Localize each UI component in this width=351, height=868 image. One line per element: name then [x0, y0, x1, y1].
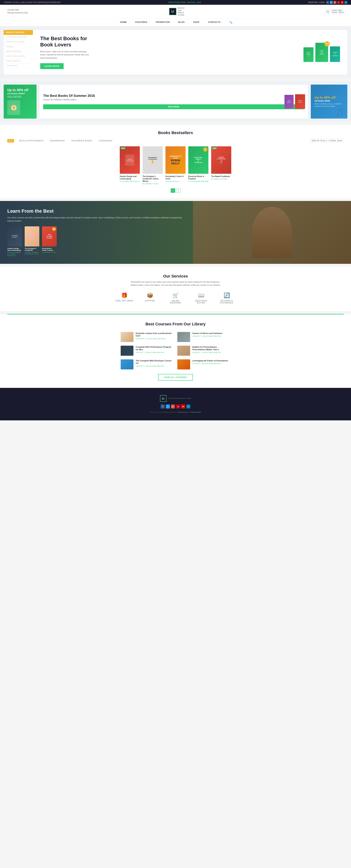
sidebar-item-audible[interactable]: AUDIBLE› — [4, 44, 33, 49]
book-card-3[interactable]: EVERYBODY'SFOODBYRONKELLY Everybody's Fo… — [166, 146, 185, 185]
page-1-button[interactable]: 1 — [171, 188, 175, 193]
learn-book-img-1: HUMANSOF ART — [7, 226, 22, 246]
service-item-book-buying: 📖 USED BOOK BUYING — [192, 292, 210, 304]
youtube-icon[interactable]: ▶ — [341, 1, 344, 4]
learn-book-3[interactable]: 100 THEFUTUREIS NOW Everybody's Food: A … — [42, 226, 57, 256]
terms-link[interactable]: Terms of Use — [177, 411, 187, 413]
book-title-1: Garden Design and Landscaping — [120, 175, 140, 180]
nav-item-blog[interactable]: BLOG — [177, 19, 186, 26]
footer-twitter-icon[interactable]: t — [166, 404, 170, 408]
course-date-3: JANUARY 7, 2016 BY MIKE NEWTON — [136, 351, 174, 353]
learn-books-row: HUMANSOF ART Garden Design and Landscapi… — [7, 226, 186, 256]
book-buying-icon: 📖 — [192, 292, 210, 298]
footer-googleplus-icon[interactable]: g+ — [171, 404, 175, 408]
course-img-6 — [177, 360, 190, 369]
sidebar-item-kindle[interactable]: KINDLE EBOOKS› — [4, 59, 33, 63]
learn-book-author-3: BY SERENITY HUNT — [42, 252, 57, 253]
course-img-4 — [177, 346, 190, 356]
cart[interactable]: 🛒 YOUR CART: 0 Items - $0.00 — [326, 9, 344, 13]
nav-search-icon[interactable]: 🔍 — [229, 21, 232, 24]
course-item-4[interactable]: English for Presentations - Presentation… — [177, 346, 230, 356]
gift-icon: 🎁 — [115, 292, 134, 298]
course-info-4: English for Presentations - Presentation… — [192, 346, 230, 353]
new-badge-1: NEW — [121, 147, 125, 149]
course-item-3[interactable]: Complete Elite Performance Program for M… — [121, 346, 174, 356]
course-item-2[interactable]: Causes of Stress and Solutions JANUARY 7… — [177, 332, 230, 342]
book-card-4[interactable]: % EVERYONEBRAVEISFORGIVEN Everyone Brave… — [188, 146, 208, 185]
filter-tab-childrens[interactable]: CHILDREN'S BOOKS — [70, 139, 94, 143]
footer-linkedin-icon[interactable]: in — [186, 404, 190, 408]
learn-book-img-2: 🌸 — [25, 226, 39, 246]
logo-text: BOOKS AND MEDIA STORE — [178, 7, 185, 16]
footer-youtube-icon[interactable]: ▶ — [181, 404, 185, 408]
promo-discount-1: Up to 40% off — [7, 88, 33, 92]
learn-book-title-2: The Designer's Cookbook — [25, 248, 39, 251]
returns-icon: 🔄 — [217, 292, 236, 298]
sidebar-item-100books[interactable]: 100 BOOKS TO READ› — [4, 40, 33, 44]
logo-box: Li — [169, 8, 176, 15]
book-card-img-5: NEW NAKEDCOOKBOOK🍴 — [211, 146, 231, 174]
book-card-img-2: DESIGNER'SCOOKBOOK✋ — [143, 146, 163, 174]
sidebar-item-textbooks[interactable]: TEXTBOOKS› — [4, 63, 33, 68]
course-info-1: Exquisite recipes from a professional Ch… — [136, 332, 174, 340]
course-item-6[interactable]: Leveraging the Power of Generations JANU… — [177, 360, 230, 369]
nav-item-home[interactable]: HOME — [119, 19, 128, 26]
book-title-5: The Naked Cookbook — [211, 175, 231, 178]
promo-free-3: FREE SHIPPING ON ALL T-SHIRTS, SHORTS & … — [315, 103, 344, 107]
facebook-icon[interactable]: f — [326, 1, 329, 4]
books-grid: NEW GardenLandscape Garden Design and La… — [7, 146, 344, 185]
category-sidebar: SHOP BY CATEGORY CUSTOMER FAVORITES› 100… — [4, 30, 33, 74]
learn-book-subtitle-1: 12 Colors, 12 Menus — [7, 252, 22, 253]
filter-tab-biographies[interactable]: BIOGRAPHIES — [49, 139, 66, 143]
footer-facebook-icon[interactable]: f — [161, 404, 165, 408]
course-item-5[interactable]: The Complete Web Developer Course 2.0 JA… — [121, 360, 174, 369]
promo-subtitle-2: Chosen by Publishers Weekly editors. — [43, 98, 304, 101]
googleplus-icon[interactable]: g+ — [333, 1, 337, 4]
sort-dropdown[interactable]: SORT BY TITLE ▼ 6 ITEMS - $0.00 — [310, 139, 344, 143]
page-2-button[interactable]: 2 — [176, 188, 180, 193]
book-card-1[interactable]: NEW GardenLandscape Garden Design and La… — [120, 146, 140, 185]
footer: Li BOOKS AND MEDIA STORE f t g+ p ▶ in T… — [0, 388, 351, 421]
promo-card-2: The Best Books Of Summer 2016 Chosen by … — [39, 85, 308, 119]
twitter-icon[interactable]: t — [330, 1, 333, 4]
phone-number: 123-456-7890 — [7, 8, 28, 11]
courses-grid: Exquisite recipes from a professional Ch… — [121, 332, 230, 369]
promo-book-icon-1: 📀 — [10, 104, 17, 111]
view-all-courses-button[interactable]: VIEW ALL COURSES — [158, 374, 193, 380]
book-card-2[interactable]: DESIGNER'SCOOKBOOK✋ The Designer's Cookb… — [143, 146, 163, 185]
sidebar-item-new-series[interactable]: START A NEW SERIES› — [4, 54, 33, 59]
register-login[interactable]: REGISTER / LOGIN — [308, 1, 325, 3]
top-bar-right: REGISTER / LOGIN f t g+ p ▶ in — [308, 1, 347, 4]
book-card-img-4: % EVERYONEBRAVEISFORGIVEN — [188, 146, 208, 174]
book-author-5: BY TERESA JACOBS — [211, 178, 231, 180]
linkedin-icon[interactable]: in — [344, 1, 347, 4]
read-more-button[interactable]: READ MORE — [43, 104, 304, 109]
nav-item-promotion[interactable]: PROMOTION — [154, 19, 171, 26]
nav-item-shop[interactable]: SHOP — [192, 19, 201, 26]
filter-tab-arts[interactable]: ARTS & PHOTOGRAPHY — [18, 139, 45, 143]
pagination: 1 2 — [7, 188, 344, 193]
logo[interactable]: Li BOOKS AND MEDIA STORE — [169, 7, 185, 16]
learn-more-button[interactable]: LEARN MORE — [40, 63, 64, 69]
learn-book-subtitle-2: 12 Colors, 12 Menus — [25, 252, 39, 253]
hero-books: EVERYTHINGIS EVERYONEBRAVE SALE BRAVEISF… — [303, 43, 340, 62]
sidebar-item-award-winners[interactable]: AWARD WINNERS› — [4, 49, 33, 54]
learn-description: Our online courses are built in partners… — [7, 216, 186, 222]
learn-book-2[interactable]: 🌸 The Designer's Cookbook 12 Colors, 12 … — [25, 226, 39, 256]
nav-item-contacts[interactable]: CONTACTS — [207, 19, 222, 26]
learn-book-title-3: Everybody's Food: A novel — [42, 248, 57, 251]
course-img-2 — [177, 332, 190, 342]
learn-content: Learn From the Best Our online courses a… — [0, 201, 193, 264]
filter-tab-all[interactable]: ALL — [7, 139, 14, 143]
learn-book-1[interactable]: HUMANSOF ART Garden Design and Landscapi… — [7, 226, 22, 256]
learn-book-author-1: BY RUSSELL REYNOLDS — [7, 253, 22, 256]
course-item-1[interactable]: Exquisite recipes from a professional Ch… — [121, 332, 174, 342]
book-card-5[interactable]: NEW NAKEDCOOKBOOK🍴 The Naked Cookbook BY… — [211, 146, 231, 185]
footer-pinterest-icon[interactable]: p — [176, 404, 180, 408]
filter-tab-cookbooks[interactable]: COOKBOOKS — [97, 139, 114, 143]
privacy-link[interactable]: Privacy Policy — [191, 411, 201, 413]
nav-item-features[interactable]: FEATURES — [134, 19, 149, 26]
learn-title: Learn From the Best — [7, 208, 186, 214]
sidebar-item-customer-favorites[interactable]: CUSTOMER FAVORITES› — [4, 35, 33, 40]
pinterest-icon[interactable]: p — [337, 1, 340, 4]
